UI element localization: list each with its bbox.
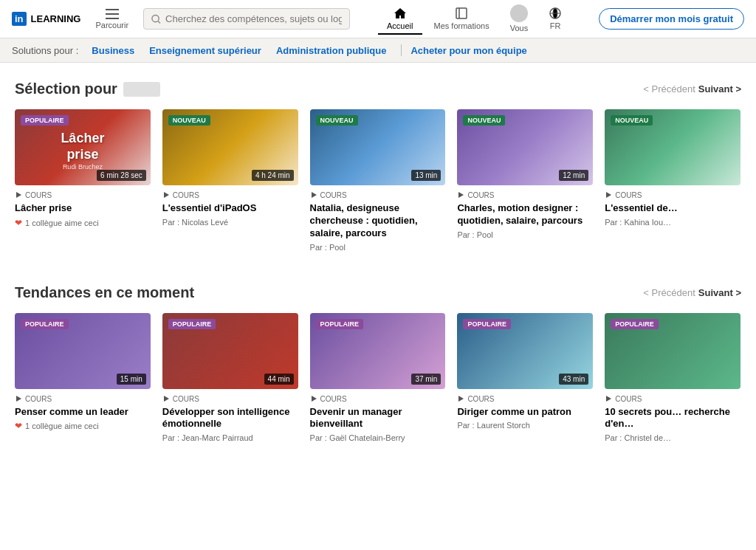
lang-label: FR bbox=[550, 21, 561, 30]
svg-marker-10 bbox=[16, 192, 21, 198]
selection-section: Sélection pour < Précédent Suivant > Lâc… bbox=[15, 80, 741, 255]
formations-nav[interactable]: Mes formations bbox=[425, 4, 498, 35]
card-author: Par : Gaël Chatelain-Berry bbox=[310, 433, 446, 442]
course-card[interactable]: NOUVEAU 12 min COURS Charles, motion des… bbox=[457, 109, 593, 255]
selection-nav: < Précédent Suivant > bbox=[643, 83, 741, 94]
card-title: Penser comme un leader bbox=[15, 406, 151, 419]
header: in LEARNING Parcourir Accueil bbox=[0, 0, 756, 38]
card-title: Natalia, designeuse chercheuse : quotidi… bbox=[310, 202, 446, 240]
badge: POPULAIRE bbox=[611, 319, 659, 329]
course-card[interactable]: NOUVEAU 13 min COURS Natalia, designeuse… bbox=[310, 109, 446, 255]
duration-badge: 44 min bbox=[264, 374, 294, 385]
card-author: Par : Christel de… bbox=[605, 433, 740, 442]
prev-button-1[interactable]: < Précédent bbox=[643, 83, 695, 94]
course-card[interactable]: POPULAIRE 37 min COURS Devenir un manage… bbox=[310, 313, 446, 446]
card-author: Par : Nicolas Levé bbox=[162, 218, 298, 227]
cta-button[interactable]: Démarrer mon mois gratuit bbox=[599, 8, 744, 30]
course-type-label: COURS bbox=[615, 191, 642, 199]
lang-nav[interactable]: FR bbox=[540, 4, 571, 35]
accueil-nav[interactable]: Accueil bbox=[378, 4, 422, 35]
solutions-label: Solutions pour : bbox=[12, 45, 78, 56]
card-author: Par : Kahina Iou… bbox=[605, 218, 740, 227]
tendances-section: Tendances en ce moment < Précédent Suiva… bbox=[15, 284, 741, 446]
play-icon bbox=[310, 191, 317, 199]
buy-link[interactable]: Acheter pour mon équipe bbox=[410, 45, 526, 56]
main-content: Sélection pour < Précédent Suivant > Lâc… bbox=[0, 63, 756, 492]
vous-nav[interactable]: Vous bbox=[501, 1, 537, 37]
svg-marker-15 bbox=[16, 396, 21, 402]
card-title: Développer son intelligence émotionnelle bbox=[162, 406, 298, 431]
parcourir-nav[interactable]: Parcourir bbox=[89, 6, 134, 32]
next-button-1[interactable]: Suivant > bbox=[698, 83, 741, 94]
logo[interactable]: in LEARNING bbox=[12, 12, 80, 26]
badge: NOUVEAU bbox=[611, 115, 653, 126]
card-type: COURS bbox=[162, 395, 298, 403]
course-type-label: COURS bbox=[615, 395, 642, 403]
course-card[interactable]: NOUVEAU 4 h 24 min COURS L'essentiel d'i… bbox=[162, 109, 298, 255]
badge: POPULAIRE bbox=[168, 319, 216, 329]
search-bar[interactable] bbox=[143, 8, 350, 30]
svg-line-4 bbox=[158, 21, 160, 23]
course-card[interactable]: NOUVEAU COURS L'essentiel de… Par : Kahi… bbox=[605, 109, 740, 255]
next-button-2[interactable]: Suivant > bbox=[698, 287, 741, 298]
svg-marker-19 bbox=[606, 396, 611, 402]
course-type-label: COURS bbox=[25, 395, 52, 403]
business-link[interactable]: Business bbox=[86, 45, 140, 56]
badge: POPULAIRE bbox=[463, 319, 511, 329]
play-icon bbox=[15, 191, 22, 199]
card-type: COURS bbox=[15, 395, 151, 403]
badge: POPULAIRE bbox=[21, 319, 69, 329]
enseignement-link[interactable]: Enseignement supérieur bbox=[143, 45, 267, 56]
like-text: 1 collègue aime ceci bbox=[25, 219, 99, 227]
course-card[interactable]: POPULAIRE 15 min COURS Penser comme un l… bbox=[15, 313, 151, 446]
user-name-placeholder bbox=[123, 82, 160, 97]
svg-marker-11 bbox=[164, 192, 169, 198]
course-type-label: COURS bbox=[320, 395, 347, 403]
card-type: COURS bbox=[310, 191, 446, 199]
course-type-label: COURS bbox=[467, 395, 494, 403]
tendances-header: Tendances en ce moment < Précédent Suiva… bbox=[15, 284, 741, 301]
course-type-label: COURS bbox=[25, 191, 52, 199]
logo-in-badge: in bbox=[12, 12, 27, 26]
badge: POPULAIRE bbox=[316, 319, 364, 329]
card-type: COURS bbox=[162, 191, 298, 199]
search-input[interactable] bbox=[165, 13, 342, 24]
card-title: Charles, motion designer : quotidien, sa… bbox=[457, 202, 593, 227]
prev-button-2[interactable]: < Précédent bbox=[643, 287, 695, 298]
tendances-cards: POPULAIRE 15 min COURS Penser comme un l… bbox=[15, 313, 741, 446]
duration-badge: 43 min bbox=[559, 374, 588, 385]
card-thumbnail: POPULAIRE bbox=[605, 313, 740, 389]
accueil-label: Accueil bbox=[387, 21, 413, 30]
administration-link[interactable]: Administration publique bbox=[270, 45, 393, 56]
card-type: COURS bbox=[15, 191, 151, 199]
card-thumbnail: POPULAIRE 44 min bbox=[162, 313, 298, 389]
svg-rect-1 bbox=[106, 13, 119, 15]
svg-marker-16 bbox=[164, 396, 169, 402]
card-type: COURS bbox=[457, 395, 593, 403]
globe-icon bbox=[549, 7, 562, 20]
svg-marker-12 bbox=[312, 192, 317, 198]
duration-badge: 6 min 28 sec bbox=[97, 170, 146, 181]
parcourir-label: Parcourir bbox=[95, 21, 128, 30]
card-author: Par : Laurent Storch bbox=[457, 421, 593, 430]
card-type: COURS bbox=[605, 191, 740, 199]
card-thumbnail: NOUVEAU bbox=[605, 109, 740, 185]
course-card[interactable]: POPULAIRE COURS 10 secrets pou… recherch… bbox=[605, 313, 740, 446]
badge: NOUVEAU bbox=[463, 115, 505, 126]
selection-cards: LâcherpriseRudi Bruchez POPULAIRE 6 min … bbox=[15, 109, 741, 255]
course-card[interactable]: LâcherpriseRudi Bruchez POPULAIRE 6 min … bbox=[15, 109, 151, 255]
card-title: L'essentiel de… bbox=[605, 202, 740, 215]
play-icon bbox=[605, 395, 612, 402]
thumb-text: Lâcherprise bbox=[21, 131, 143, 163]
search-icon bbox=[151, 14, 161, 24]
card-thumbnail: NOUVEAU 13 min bbox=[310, 109, 446, 185]
duration-badge: 4 h 24 min bbox=[252, 170, 294, 181]
duration-badge: 13 min bbox=[411, 170, 441, 181]
formations-label: Mes formations bbox=[434, 21, 489, 30]
play-icon bbox=[15, 395, 22, 402]
course-card[interactable]: POPULAIRE 44 min COURS Développer son in… bbox=[162, 313, 298, 446]
card-thumbnail: NOUVEAU 12 min bbox=[457, 109, 593, 185]
svg-rect-5 bbox=[456, 8, 467, 18]
badge: NOUVEAU bbox=[168, 115, 210, 126]
course-card[interactable]: POPULAIRE 43 min COURS Diriger comme un … bbox=[457, 313, 593, 446]
